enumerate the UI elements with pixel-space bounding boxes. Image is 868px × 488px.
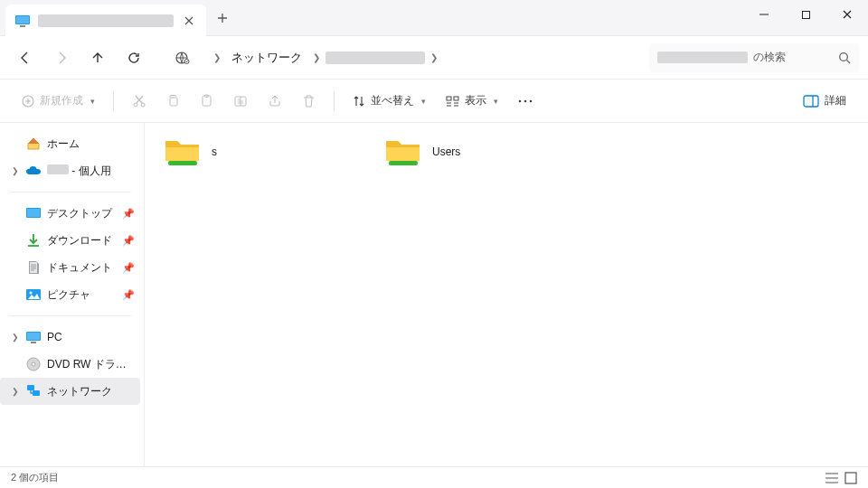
- forward-button[interactable]: [45, 42, 78, 74]
- svg-rect-14: [447, 97, 451, 100]
- svg-rect-10: [170, 98, 177, 106]
- sidebar-label: DVD RW ドライブ (D:): [47, 357, 135, 372]
- icons-view-button[interactable]: [844, 472, 857, 484]
- chevron-down-icon: ▾: [494, 97, 498, 106]
- statusbar: 2 個の項目: [0, 466, 868, 488]
- file-item[interactable]: Users: [380, 134, 579, 170]
- refresh-button[interactable]: [118, 42, 150, 74]
- file-name: s: [212, 145, 217, 158]
- sidebar-item-network[interactable]: ❯ ネットワーク: [0, 378, 140, 405]
- onedrive-name-redacted: [47, 164, 69, 174]
- svg-rect-1: [16, 16, 29, 23]
- sidebar-item-home[interactable]: ホーム: [0, 130, 140, 157]
- file-name: Users: [432, 145, 460, 158]
- pin-icon: 📌: [122, 208, 135, 220]
- search-placeholder-redacted: [657, 52, 748, 63]
- search-input[interactable]: の検索: [649, 43, 859, 72]
- maximize-button[interactable]: [785, 0, 826, 29]
- sort-button[interactable]: 並べ替え ▾: [344, 86, 435, 117]
- titlebar: [0, 0, 868, 36]
- sidebar-label: - 個人用: [47, 164, 135, 179]
- new-label: 新規作成: [40, 93, 83, 108]
- pc-icon: [25, 329, 42, 345]
- chevron-right-icon: ❯: [213, 52, 221, 62]
- disc-icon: [25, 356, 42, 372]
- globe-icon[interactable]: [166, 42, 199, 74]
- svg-rect-15: [454, 97, 458, 100]
- chevron-down-icon: ▾: [90, 97, 95, 106]
- toolbar: 新規作成 ▾ 並べ替え ▾ 表示 ▾ 詳細: [0, 80, 868, 123]
- sidebar-label: ネットワーク: [47, 384, 135, 399]
- details-view-button[interactable]: [825, 472, 839, 484]
- svg-rect-26: [27, 333, 40, 340]
- breadcrumb-network[interactable]: ネットワーク: [226, 47, 307, 69]
- sidebar-item-downloads[interactable]: ダウンロード 📌: [0, 227, 140, 254]
- sidebar-label: デスクトップ: [47, 206, 117, 221]
- chevron-right-icon: ❯: [430, 52, 438, 62]
- search-placeholder-suffix: の検索: [753, 50, 786, 65]
- sidebar-item-desktop[interactable]: デスクトップ 📌: [0, 200, 140, 227]
- item-count: 2 個の項目: [11, 471, 59, 484]
- svg-rect-19: [804, 96, 818, 107]
- svg-point-18: [530, 99, 533, 102]
- minimize-button[interactable]: [743, 0, 785, 29]
- file-item[interactable]: s: [159, 134, 358, 170]
- view-button[interactable]: 表示 ▾: [437, 86, 507, 117]
- new-tab-button[interactable]: [206, 2, 239, 34]
- back-button[interactable]: [9, 42, 42, 74]
- separator: [113, 91, 114, 111]
- sidebar-item-pictures[interactable]: ピクチャ 📌: [0, 281, 140, 308]
- sidebar-item-onedrive[interactable]: ❯ - 個人用: [0, 157, 140, 184]
- window-controls: [743, 0, 868, 29]
- details-pane-button[interactable]: 詳細: [794, 86, 855, 117]
- delete-button[interactable]: [293, 86, 325, 117]
- svg-rect-30: [27, 385, 34, 390]
- paste-button[interactable]: [191, 86, 222, 117]
- breadcrumb-node-redacted[interactable]: [326, 52, 425, 64]
- sort-label: 並べ替え: [371, 93, 414, 108]
- sidebar: ホーム ❯ - 個人用 デスクトップ 📌 ダウンロード: [0, 123, 145, 466]
- active-tab[interactable]: [5, 5, 206, 36]
- svg-point-29: [32, 362, 35, 366]
- breadcrumb[interactable]: ❯ ネットワーク ❯ ❯: [210, 43, 646, 72]
- sidebar-label: ホーム: [47, 136, 135, 152]
- share-button[interactable]: [259, 86, 291, 117]
- pin-icon: 📌: [122, 235, 135, 247]
- svg-rect-3: [802, 11, 809, 18]
- home-icon: [25, 136, 42, 152]
- pictures-icon: [25, 286, 42, 303]
- pin-icon: 📌: [122, 262, 135, 274]
- close-window-button[interactable]: [826, 0, 868, 29]
- cut-button[interactable]: [123, 86, 156, 117]
- sidebar-label: ピクチャ: [47, 287, 117, 303]
- sidebar-label: PC: [47, 331, 135, 343]
- copy-button[interactable]: [157, 86, 189, 117]
- svg-point-9: [141, 103, 145, 107]
- network-folder-icon: [163, 136, 203, 168]
- chevron-right-icon: ❯: [313, 52, 320, 62]
- svg-point-24: [30, 292, 33, 295]
- sidebar-item-dvd[interactable]: DVD RW ドライブ (D:): [0, 351, 140, 378]
- svg-point-6: [840, 52, 848, 61]
- tab-close-button[interactable]: [181, 13, 197, 29]
- network-folder-icon: [383, 136, 423, 168]
- svg-point-16: [519, 99, 522, 102]
- pin-icon: 📌: [122, 289, 135, 301]
- desktop-icon: [25, 205, 42, 221]
- details-label: 詳細: [825, 93, 846, 108]
- sidebar-item-pc[interactable]: ❯ PC: [0, 324, 140, 351]
- chevron-right-icon[interactable]: ❯: [11, 387, 20, 396]
- download-icon: [25, 232, 42, 249]
- separator: [9, 192, 131, 192]
- chevron-right-icon[interactable]: ❯: [11, 333, 20, 342]
- cloud-icon: [25, 163, 42, 179]
- rename-button[interactable]: [224, 86, 257, 117]
- navbar: ❯ ネットワーク ❯ ❯ の検索: [0, 36, 868, 80]
- up-button[interactable]: [81, 42, 114, 74]
- new-button[interactable]: 新規作成 ▾: [13, 86, 104, 117]
- chevron-right-icon[interactable]: ❯: [11, 166, 20, 175]
- file-list[interactable]: s Users: [145, 123, 868, 466]
- view-label: 表示: [465, 93, 486, 108]
- more-button[interactable]: [509, 86, 542, 117]
- sidebar-item-documents[interactable]: ドキュメント 📌: [0, 254, 140, 281]
